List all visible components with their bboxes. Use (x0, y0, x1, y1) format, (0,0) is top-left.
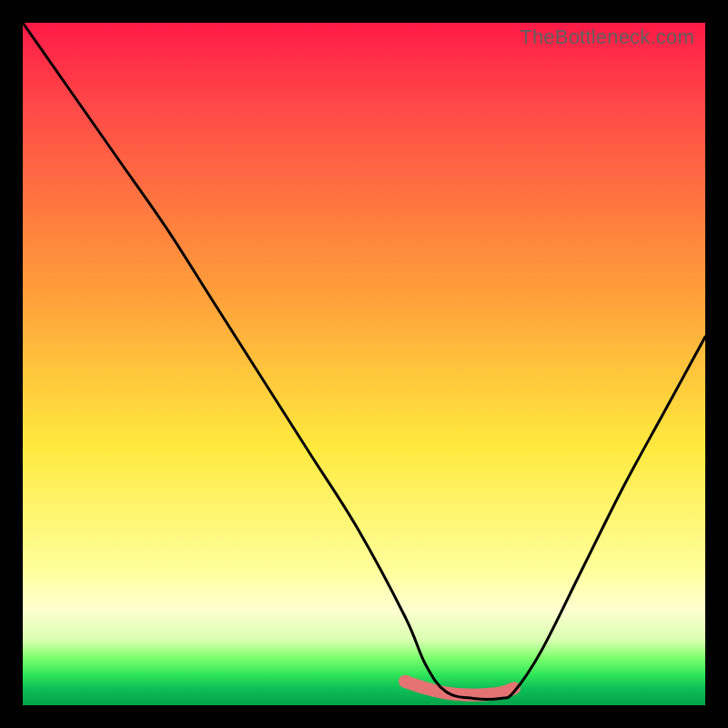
plot-area: TheBottleneck.com (23, 23, 705, 705)
curve-layer (23, 23, 705, 705)
optimal-range-highlight (405, 682, 514, 695)
bottleneck-curve (23, 23, 705, 700)
chart-frame: TheBottleneck.com (0, 0, 728, 728)
